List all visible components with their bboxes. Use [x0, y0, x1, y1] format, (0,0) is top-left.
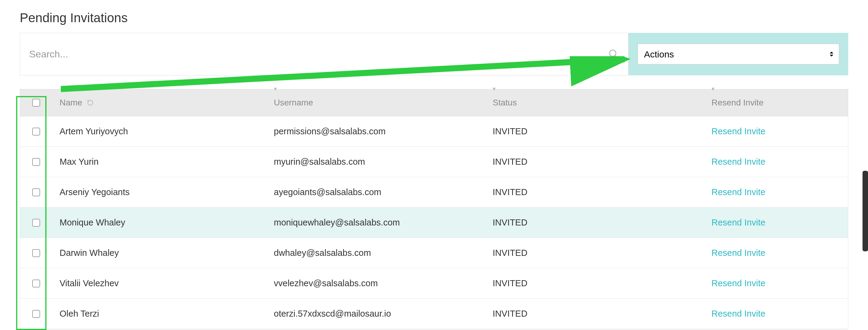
row-checkbox[interactable] [32, 310, 40, 318]
actions-dropdown[interactable]: Actions [638, 44, 839, 64]
row-username: myurin@salsalabs.com [274, 157, 365, 167]
table-header: ▾ ▾ ▾ Name Username Status Resend Invite [20, 89, 848, 117]
resend-invite-link[interactable]: Resend Invite [711, 157, 765, 167]
table-row: Artem Yuriyovych permissions@salsalabs.c… [20, 117, 848, 147]
resend-invite-link[interactable]: Resend Invite [711, 187, 765, 197]
column-header-username[interactable]: Username [274, 98, 313, 107]
table-row: Oleh Terzi oterzi.57xdxscd@mailosaur.io … [20, 299, 848, 329]
row-checkbox[interactable] [32, 188, 40, 196]
sort-caret-icon: ▾ [711, 85, 715, 92]
search-container [20, 33, 628, 75]
resend-invite-link[interactable]: Resend Invite [711, 278, 765, 288]
row-status: INVITED [493, 126, 527, 136]
row-status: INVITED [493, 187, 527, 197]
search-input[interactable] [29, 48, 608, 60]
sort-caret-icon: ▾ [274, 85, 277, 92]
invitations-table: ▾ ▾ ▾ Name Username Status Resend Invite… [20, 89, 848, 329]
row-checkbox[interactable] [32, 249, 40, 257]
sort-caret-icon: ▾ [493, 85, 496, 92]
resend-invite-link[interactable]: Resend Invite [711, 126, 765, 136]
row-username: oterzi.57xdxscd@mailosaur.io [274, 309, 391, 319]
row-status: INVITED [493, 278, 527, 288]
row-name: Arseniy Yegoiants [60, 187, 130, 197]
actions-container: Actions [628, 33, 848, 75]
column-header-resend: Resend Invite [711, 98, 764, 107]
row-name: Artem Yuriyovych [60, 126, 128, 136]
table-row: Monique Whaley moniquewhaley@salsalabs.c… [20, 207, 848, 238]
search-actions-row: Actions [20, 33, 848, 75]
svg-line-1 [615, 56, 618, 58]
resend-invite-link[interactable]: Resend Invite [711, 218, 765, 227]
search-icon [608, 48, 619, 60]
row-status: INVITED [493, 248, 527, 258]
row-checkbox[interactable] [32, 128, 40, 135]
column-header-status[interactable]: Status [493, 98, 517, 107]
row-status: INVITED [493, 309, 527, 319]
row-name: Oleh Terzi [60, 309, 99, 319]
row-name: Vitalii Velezhev [60, 278, 119, 288]
column-header-name[interactable]: Name [60, 98, 82, 107]
row-checkbox[interactable] [32, 158, 40, 166]
table-row: Arseniy Yegoiants ayegoiants@salsalabs.c… [20, 177, 848, 207]
table-row: Max Yurin myurin@salsalabs.com INVITED R… [20, 147, 848, 177]
row-checkbox[interactable] [32, 219, 40, 227]
table-row: Darwin Whaley dwhaley@salsalabs.com INVI… [20, 238, 848, 268]
row-username: ayegoiants@salsalabs.com [274, 187, 381, 197]
select-all-checkbox[interactable] [32, 99, 40, 107]
resend-invite-link[interactable]: Resend Invite [711, 309, 765, 319]
row-username: permissions@salsalabs.com [274, 126, 386, 136]
row-username: vvelezhev@salsalabs.com [274, 278, 378, 288]
resend-invite-link[interactable]: Resend Invite [711, 248, 765, 258]
row-username: dwhaley@salsalabs.com [274, 248, 371, 258]
row-username: moniquewhaley@salsalabs.com [274, 218, 400, 227]
table-row: Vitalii Velezhev vvelezhev@salsalabs.com… [20, 268, 848, 299]
page-title: Pending Invitations [20, 11, 868, 25]
row-name: Monique Whaley [60, 218, 125, 228]
row-name: Max Yurin [60, 157, 98, 167]
row-checkbox[interactable] [32, 279, 40, 288]
row-status: INVITED [493, 157, 527, 167]
scrollbar[interactable] [863, 171, 868, 251]
row-name: Darwin Whaley [60, 248, 119, 258]
refresh-icon[interactable] [87, 99, 94, 106]
svg-point-0 [610, 50, 616, 57]
row-status: INVITED [493, 218, 527, 227]
